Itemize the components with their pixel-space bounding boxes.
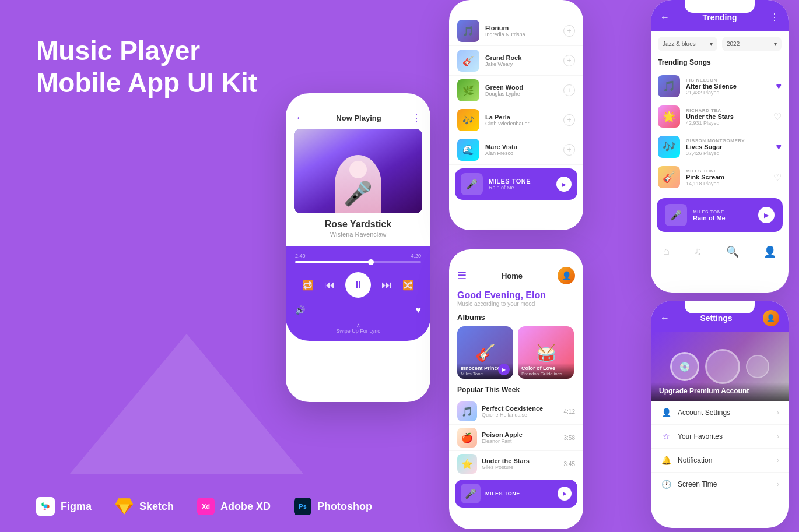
trending-song-1[interactable]: 🎵 FIG NELSON After the Silence 21,432 Pl…	[651, 71, 789, 101]
heart-button[interactable]: ♥	[416, 305, 422, 315]
favorites-icon: ☆	[660, 432, 672, 441]
year-filter[interactable]: 2022 ▾	[722, 37, 782, 51]
album-play-1[interactable]: ▶	[498, 364, 510, 375]
popular-label: Popular This Week	[449, 386, 583, 399]
song-thumb-la-perla: 🎶	[457, 109, 479, 131]
song-item-mare-vista[interactable]: 🌊 Mare Vista Alan Fresco +	[449, 135, 583, 165]
trending-songs-label: Trending Songs	[651, 57, 789, 71]
like-button-4[interactable]: ♡	[773, 172, 782, 183]
trending-name-2: Under the Stars	[686, 113, 773, 120]
settings-item-favorites[interactable]: ☆ Your Favorites ›	[651, 425, 789, 449]
favorites-label: Your Favorites	[678, 432, 777, 441]
add-song-la-perla[interactable]: +	[563, 114, 575, 126]
account-arrow: ›	[777, 408, 779, 417]
mini-artist-label: MILES TONE	[693, 209, 752, 214]
trending-song-3[interactable]: 🎶 GIBSON MONTGOMERY Lives Sugar 37,426 P…	[651, 132, 789, 162]
volume-icon[interactable]: 🔊	[295, 305, 305, 315]
song-item-florium[interactable]: 🎵 Florium Ingredia Nutrisha +	[449, 16, 583, 46]
popular-thumb-2: 🍎	[457, 428, 477, 448]
back-button-settings[interactable]: ←	[660, 313, 670, 323]
settings-item-notification[interactable]: 🔔 Notification ›	[651, 449, 789, 473]
back-button[interactable]: ←	[295, 112, 306, 124]
trending-plays-3: 37,426 Played	[686, 150, 776, 156]
trending-plays-4: 14,118 Played	[686, 181, 773, 186]
song-item-green-wood[interactable]: 🌿 Green Wood Douglas Lyphe +	[449, 76, 583, 105]
popular-duration-2: 3:58	[564, 435, 575, 441]
song-name-florium: Florium	[485, 24, 563, 31]
figma-label: Figma	[61, 501, 92, 513]
upgrade-text: Upgrade Premium Account	[659, 387, 780, 395]
add-song-florium[interactable]: +	[563, 25, 575, 37]
time-current: 2:40	[295, 253, 306, 259]
menu-icon[interactable]: ☰	[457, 269, 467, 282]
nav-search-icon[interactable]: 🔍	[726, 245, 739, 258]
back-button-trending[interactable]: ←	[660, 12, 670, 23]
genre-chevron: ▾	[710, 41, 713, 47]
add-song-green-wood[interactable]: +	[563, 84, 575, 96]
add-song-grand-rock[interactable]: +	[563, 55, 575, 66]
user-avatar[interactable]: 👤	[558, 267, 575, 284]
year-chevron: ▾	[774, 41, 777, 47]
album-innocent-princess[interactable]: 🎸 Innocent Princess Miles Tone ▶	[457, 326, 513, 379]
trending-artist-label-1: FIG NELSON	[686, 77, 776, 83]
phone-notch-trending	[685, 0, 755, 13]
song-thumb-miles-tone: 🎤	[461, 173, 483, 195]
singer-image	[294, 129, 422, 213]
play-popular-4[interactable]: ▶	[558, 487, 572, 501]
more-trending-button[interactable]: ⋮	[770, 12, 779, 23]
song-name-grand-rock: Grand Rock	[485, 54, 563, 61]
song-name-miles-tone: Miles Tone	[489, 178, 556, 185]
bottom-nav: ⌂ ♫ 🔍 👤	[651, 238, 789, 267]
mini-track-name: Rain of Me	[693, 214, 752, 221]
nav-profile-icon[interactable]: 👤	[763, 245, 776, 258]
popular-name-4: MILES TONE	[485, 491, 558, 496]
prev-button[interactable]: ⏮	[324, 279, 335, 291]
next-button[interactable]: ⏭	[381, 279, 392, 291]
more-options-button[interactable]: ⋮	[412, 112, 421, 124]
now-playing-phone: ← Now Playing ⋮ Rose Yardstick Wisteria …	[286, 93, 430, 402]
progress-dot	[368, 259, 374, 265]
tool-sketch: Sketch	[115, 497, 174, 516]
song-artist-green-wood: Douglas Lyphe	[485, 91, 563, 97]
song-item-grand-rock[interactable]: 🎸 Grand Rock Jake Weary +	[449, 46, 583, 76]
popular-item-4-active[interactable]: 🎤 MILES TONE ▶	[455, 480, 577, 508]
mini-player-trending: 🎤 MILES TONE Rain of Me ▶	[657, 198, 783, 232]
shuffle-button[interactable]: 🔀	[402, 280, 414, 291]
popular-item-3[interactable]: ⭐ Under the Stars Giles Posture 3:45	[449, 451, 583, 477]
like-button-1[interactable]: ♥	[776, 81, 782, 91]
song-thumb-mare-vista: 🌊	[457, 139, 479, 161]
song-item-miles-tone[interactable]: 🎤 Miles Tone Rain of Me ▶	[455, 168, 577, 200]
screen-time-label: Screen Time	[678, 480, 777, 488]
trending-artist-label-2: RICHARD TEA	[686, 108, 773, 113]
add-song-mare-vista[interactable]: +	[563, 144, 575, 156]
screen-time-arrow: ›	[777, 480, 779, 488]
nav-home-icon[interactable]: ⌂	[663, 245, 670, 258]
album-info-2: Color of Love Brandon Guidelines	[518, 363, 574, 379]
pause-button[interactable]: ⏸	[345, 272, 371, 298]
popular-item-1[interactable]: 🎵 Perfect Coexistence Quiche Hollandaise…	[449, 399, 583, 425]
trending-song-4[interactable]: 🎸 MILES TONE Pink Scream 14,118 Played ♡	[651, 162, 789, 192]
song-item-la-perla[interactable]: 🎶 La Perla Girth Wiedenbauer +	[449, 105, 583, 135]
figma-icon	[36, 497, 55, 516]
now-playing-title: Now Playing	[336, 114, 381, 122]
title-line1: Music Player	[36, 36, 200, 66]
trending-name-3: Lives Sugar	[686, 143, 776, 150]
like-button-2[interactable]: ♡	[773, 111, 782, 122]
song-artist-mare-vista: Alan Fresco	[485, 150, 563, 156]
popular-thumb-4: 🎤	[461, 484, 481, 503]
progress-bar[interactable]	[295, 261, 421, 263]
trending-song-2[interactable]: 🌟 RICHARD TEA Under the Stars 42,931 Pla…	[651, 101, 789, 132]
mini-play-button[interactable]: ▶	[758, 207, 775, 223]
popular-thumb-3: ⭐	[457, 454, 477, 474]
settings-item-screen-time[interactable]: 🕐 Screen Time ›	[651, 473, 789, 496]
settings-item-account[interactable]: 👤 Account Settings ›	[651, 401, 789, 425]
like-button-3[interactable]: ♥	[776, 142, 782, 152]
genre-filter[interactable]: Jazz & blues ▾	[658, 37, 717, 51]
album-color-of-love[interactable]: 🥁 Color of Love Brandon Guidelines	[518, 326, 574, 379]
nav-music-icon[interactable]: ♫	[694, 245, 702, 258]
year-filter-label: 2022	[727, 41, 740, 47]
popular-item-2[interactable]: 🍎 Poison Apple Eleanor Fant 3:58	[449, 425, 583, 451]
popular-artist-3: Giles Posture	[482, 464, 564, 470]
play-miles-tone[interactable]: ▶	[556, 177, 572, 192]
repeat-button[interactable]: 🔁	[302, 280, 314, 291]
